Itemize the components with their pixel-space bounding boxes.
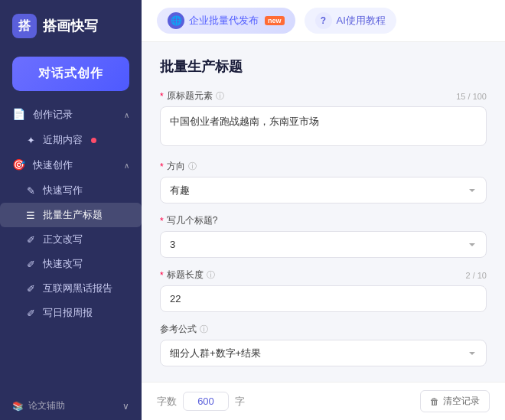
batch-publish-button[interactable]: 🌐 企业批量代发布 new xyxy=(157,8,295,34)
topbar: 🌐 企业批量代发布 new ? AI使用教程 xyxy=(142,0,505,42)
clear-record-button[interactable]: 🗑 清空记录 xyxy=(420,390,490,412)
count-required: * xyxy=(160,216,164,226)
sidebar-item-rewrite[interactable]: ✐ 正文改写 xyxy=(0,227,142,252)
dialog-create-button[interactable]: 对话式创作 xyxy=(12,57,129,91)
source-title-input[interactable] xyxy=(160,106,487,146)
formula-label: 参考公式 ⓘ xyxy=(160,323,487,336)
quick-creation-label: 快速创作 xyxy=(33,159,73,171)
source-title-char-count: 15 / 100 xyxy=(456,92,487,101)
creation-record-chevron: ∧ xyxy=(124,111,129,119)
form-group-count: * 写几个标题? 1 2 3 5 10 xyxy=(160,214,487,258)
thesis-chevron: ∨ xyxy=(122,401,129,412)
recent-icon: ✦ xyxy=(24,135,37,146)
source-title-info-icon[interactable]: ⓘ xyxy=(216,90,224,102)
formula-select[interactable]: 细分人群+数字+结果 其他公式 xyxy=(160,340,487,366)
word-count-label-left: 字数 xyxy=(157,395,177,409)
count-label: * 写几个标题? xyxy=(160,214,487,227)
quick-creation-icon: 🎯 xyxy=(12,158,25,171)
count-label-text: 写几个标题? xyxy=(167,214,218,227)
batch-publish-label: 企业批量代发布 xyxy=(189,14,259,28)
formula-label-text: 参考公式 xyxy=(160,323,197,336)
rewrite-icon: ✐ xyxy=(24,234,37,246)
bottom-bar: 字数 字 🗑 清空记录 xyxy=(142,382,505,420)
length-input[interactable] xyxy=(160,285,487,312)
direction-select[interactable]: 有趣 专业 简洁 吸引眼球 xyxy=(160,177,487,203)
page-title: 批量生产标题 xyxy=(160,57,487,76)
quick-creation-chevron: ∧ xyxy=(124,161,129,170)
new-badge: new xyxy=(265,16,285,25)
batch-title-icon: ☰ xyxy=(24,210,37,221)
main-content: 🌐 企业批量代发布 new ? AI使用教程 批量生产标题 * 原标题元素 ⓘ … xyxy=(142,0,505,420)
sidebar-item-quick-copy[interactable]: ✐ 快速改写 xyxy=(0,252,142,276)
sidebar-item-quick-write[interactable]: ✎ 快速写作 xyxy=(0,178,142,203)
direction-required: * xyxy=(160,161,164,172)
formula-info-icon[interactable]: ⓘ xyxy=(200,324,208,335)
direction-label: * 方向 ⓘ xyxy=(160,160,487,173)
section-creation-record-header[interactable]: 📄 创作记录 ∧ xyxy=(0,102,142,128)
word-count-input[interactable] xyxy=(183,392,229,411)
quick-write-icon: ✎ xyxy=(24,185,37,197)
clear-label: 清空记录 xyxy=(443,395,480,408)
daily-report-label: 写日报周报 xyxy=(43,306,93,320)
creation-record-label: 创作记录 xyxy=(33,109,73,120)
thesis-icon: 📚 xyxy=(12,401,24,412)
length-info-icon[interactable]: ⓘ xyxy=(207,269,215,281)
sidebar-item-recent[interactable]: ✦ 近期内容 xyxy=(0,128,142,152)
length-char-count: 2 / 10 xyxy=(465,271,487,280)
ai-tutorial-button[interactable]: ? AI使用教程 xyxy=(305,8,396,34)
ai-tutorial-icon: ? xyxy=(315,12,332,29)
recent-label: 近期内容 xyxy=(43,133,83,147)
logo-icon: 搭 xyxy=(12,14,37,38)
recent-dot xyxy=(91,138,96,143)
sidebar-bottom-thesis[interactable]: 📚 论文辅助 ∨ xyxy=(0,392,142,420)
ai-tutorial-label: AI使用教程 xyxy=(337,14,386,28)
sidebar: 搭 搭画快写 对话式创作 📄 创作记录 ∧ ✦ 近期内容 🎯 快速创作 ∧ ✎ xyxy=(0,0,142,420)
form-group-direction: * 方向 ⓘ 有趣 专业 简洁 吸引眼球 xyxy=(160,160,487,203)
section-quick-creation-header[interactable]: 🎯 快速创作 ∧ xyxy=(0,152,142,178)
source-title-label: * 原标题元素 ⓘ 15 / 100 xyxy=(160,90,487,103)
length-required: * xyxy=(160,270,164,281)
count-select[interactable]: 1 2 3 5 10 xyxy=(160,231,487,258)
internet-report-label: 互联网黑话报告 xyxy=(43,282,112,295)
internet-report-icon: ✐ xyxy=(24,283,37,295)
form-group-source-title: * 原标题元素 ⓘ 15 / 100 xyxy=(160,90,487,149)
length-label: * 标题长度 ⓘ 2 / 10 xyxy=(160,269,487,282)
logo-text: 搭画快写 xyxy=(43,17,98,35)
sidebar-item-internet-report[interactable]: ✐ 互联网黑话报告 xyxy=(0,276,142,301)
sidebar-item-daily-report[interactable]: ✐ 写日报周报 xyxy=(0,301,142,325)
clear-icon: 🗑 xyxy=(430,396,439,407)
batch-publish-icon: 🌐 xyxy=(168,12,184,29)
sidebar-logo: 搭 搭画快写 xyxy=(0,0,142,49)
rewrite-label: 正文改写 xyxy=(43,233,83,246)
source-title-label-text: 原标题元素 xyxy=(167,90,213,103)
batch-title-label: 批量生产标题 xyxy=(43,208,103,222)
daily-report-icon: ✐ xyxy=(24,308,37,319)
creation-record-icon: 📄 xyxy=(12,108,25,120)
length-label-text: 标题长度 xyxy=(167,269,204,282)
thesis-label: 论文辅助 xyxy=(28,399,65,412)
quick-copy-label: 快速改写 xyxy=(43,257,83,271)
form-group-formula: 参考公式 ⓘ 细分人群+数字+结果 其他公式 xyxy=(160,323,487,366)
direction-info-icon[interactable]: ⓘ xyxy=(188,161,197,172)
section-creation-record: 📄 创作记录 ∧ ✦ 近期内容 xyxy=(0,102,142,152)
form-group-length: * 标题长度 ⓘ 2 / 10 xyxy=(160,269,487,312)
sidebar-item-batch-title[interactable]: ☰ 批量生产标题 xyxy=(0,203,142,227)
form-content: 批量生产标题 * 原标题元素 ⓘ 15 / 100 * 方向 ⓘ 有趣 专业 简… xyxy=(142,42,505,382)
section-quick-creation: 🎯 快速创作 ∧ ✎ 快速写作 ☰ 批量生产标题 ✐ 正文改写 ✐ 快速改写 ✐… xyxy=(0,152,142,325)
word-count-label-right: 字 xyxy=(235,395,245,409)
direction-label-text: 方向 xyxy=(167,160,185,173)
quick-copy-icon: ✐ xyxy=(24,259,37,270)
quick-write-label: 快速写作 xyxy=(43,184,83,197)
source-title-required: * xyxy=(160,91,164,102)
